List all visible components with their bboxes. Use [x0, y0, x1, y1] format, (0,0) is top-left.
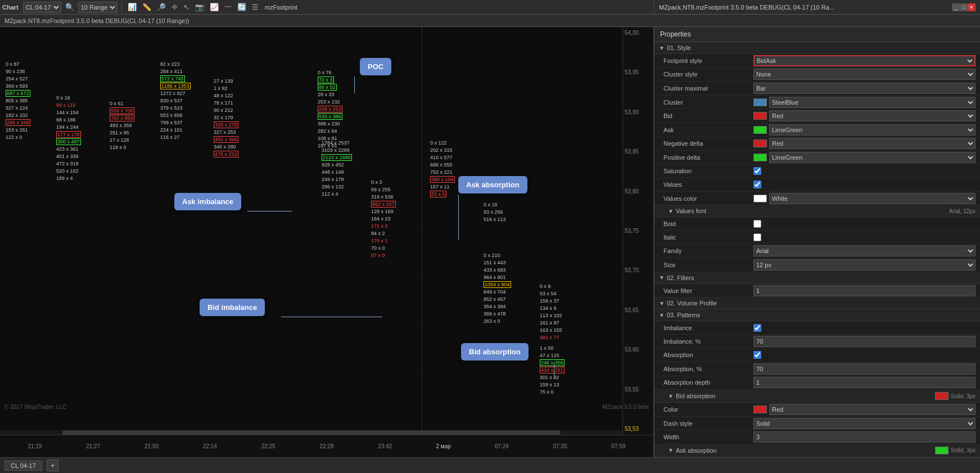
footprint-style-select[interactable]: BidAsk	[753, 55, 976, 66]
absorption-checkbox[interactable]	[753, 351, 761, 359]
fp-col4: 82 x 223 284 x 411 572 x 745 1186 x 1353…	[160, 61, 191, 141]
value-filter-input[interactable]	[753, 285, 976, 296]
ask-absorption-arrow: ▼	[668, 447, 674, 453]
pos-delta-swatch	[753, 154, 767, 161]
bottom-bar: CL 04-17 +	[0, 457, 980, 473]
values-checkbox[interactable]	[753, 181, 761, 188]
bid-abs-color-value: Red	[753, 404, 976, 415]
absorption-pct-input[interactable]	[753, 363, 976, 375]
fp-col3: 0 x 61 558 x 706 762 x 889 483 x 359 251…	[110, 100, 134, 151]
panel-maximize-button[interactable]: □	[960, 3, 968, 11]
italic-checkbox[interactable]	[753, 233, 761, 241]
section-filters[interactable]: ▼ 02. Filters	[654, 272, 980, 284]
section-patterns[interactable]: ▼ 03. Patterns	[654, 309, 980, 321]
panel-close-button[interactable]: ✕	[968, 3, 976, 11]
bold-row: Bold	[654, 217, 980, 231]
bid-abs-width-row: Width	[654, 430, 980, 444]
bid-abs-dash-select[interactable]: Solid	[753, 418, 976, 429]
italic-row: Italic	[654, 231, 980, 244]
instrument-search-icon[interactable]: 🔍	[64, 3, 76, 11]
session-divider	[422, 27, 422, 435]
values-font-header[interactable]: ▼ Values font Arial, 12px	[654, 205, 980, 217]
poc-bubble: POC	[360, 58, 391, 75]
bid-abs-color-select[interactable]: Red	[769, 404, 976, 415]
chart-scrollbar[interactable]	[0, 430, 622, 435]
saturation-row: Saturation	[654, 165, 980, 178]
cluster-row: Cluster SteelBlue	[654, 96, 980, 110]
ask-color-swatch	[753, 126, 767, 134]
panel-minimize-button[interactable]: _	[952, 3, 960, 11]
imbalance-value	[753, 324, 976, 332]
ask-absorption-header[interactable]: ▼ Ask absorption Solid, 3px	[654, 444, 980, 457]
absorption-depth-input[interactable]	[753, 377, 976, 388]
family-select[interactable]: Arial	[753, 245, 976, 256]
bid-abs-width-input[interactable]	[753, 431, 976, 443]
section-volume-profile[interactable]: ▼ 02. Volume Profile	[654, 298, 980, 309]
fp-col6: 0 x 76 70 x 3 80 x 52 28 x 33 253 x 132 …	[318, 69, 342, 150]
cluster-color-swatch	[753, 98, 767, 106]
poc-arrow	[354, 76, 355, 93]
ask-label: Ask	[663, 127, 753, 133]
bar-chart-icon[interactable]: 📊	[126, 3, 138, 11]
instrument-select[interactable]: CL 04-17	[23, 2, 61, 13]
cluster-maximal-value: Bar	[753, 83, 976, 94]
cluster-label: Cluster	[663, 99, 753, 106]
bid-abs-dash-label: Dash style	[663, 420, 753, 427]
imbalance-checkbox[interactable]	[753, 324, 761, 332]
fp-col8: 0 x 3 69 x 255 319 x 536 962 x 207 128 x…	[371, 179, 396, 259]
chart-area[interactable]: 54,00 53,95 53,90 53,85 53,80 53,75 53,7…	[0, 27, 654, 457]
draw-icon[interactable]: 〰	[223, 3, 233, 11]
section-style[interactable]: ▼ 01. Style	[654, 42, 980, 54]
footprint-style-row: Footprint style BidAsk	[654, 54, 980, 68]
chart-title-bar: MZpack.NT8.mzFootprint 3.5.0 beta DEBUG(…	[0, 15, 980, 27]
fp-col9: 0 x 122 202 x 315 410 x 577 686 x 555 75…	[430, 139, 455, 198]
cluster-value: SteelBlue	[753, 97, 976, 108]
imbalance-pct-input[interactable]	[753, 336, 976, 347]
bid-abs-dash-value: Solid	[753, 418, 976, 429]
pos-delta-label: Positive delta	[663, 154, 753, 161]
values-font-desc: Arial, 12px	[949, 208, 976, 214]
bid-absorption-arrow	[554, 362, 554, 379]
time-axis: 21:19 21:27 21:50 22:14 22:25 22:28 23:4…	[0, 435, 653, 457]
pencil-icon[interactable]: ✏️	[141, 3, 153, 11]
bold-value	[753, 220, 976, 228]
cluster-maximal-select[interactable]: Bar	[753, 83, 976, 94]
fp-col5: 27 x 139 1 x 92 48 x 122 78 x 171 90 x 2…	[214, 78, 238, 158]
camera-icon[interactable]: 📷	[193, 3, 206, 11]
bid-absorption-header[interactable]: ▼ Bid absorption Solid, 3px	[654, 390, 980, 403]
saturation-checkbox[interactable]	[753, 167, 761, 175]
bid-color-select[interactable]: Red	[769, 110, 976, 121]
size-label: Size	[663, 262, 753, 268]
footprint-style-label: Footprint style	[663, 57, 753, 64]
tab-cl0417[interactable]: CL 04-17	[4, 461, 42, 471]
magnify-icon[interactable]: 🔎	[155, 3, 168, 11]
vol-icon[interactable]: 📈	[208, 3, 220, 11]
absorption-depth-row: Absorption depth	[654, 376, 980, 390]
ask-color-select[interactable]: LimeGreen	[769, 124, 976, 136]
neg-delta-select[interactable]: Red	[769, 138, 976, 149]
ask-absorption-arrow	[458, 195, 459, 240]
scrollbar-thumb[interactable]	[62, 430, 561, 435]
imbalance-pct-value	[753, 336, 976, 347]
saturation-label: Saturation	[663, 168, 753, 174]
menu-icon[interactable]: ☰	[250, 3, 260, 11]
imbalance-row: Imbalance	[654, 321, 980, 335]
saturation-value	[753, 167, 976, 175]
add-tab-button[interactable]: +	[47, 460, 59, 471]
crosshair-icon[interactable]: ✛	[170, 3, 179, 11]
bid-imbalance-line	[281, 317, 382, 317]
cursor-icon[interactable]: ↖	[182, 3, 191, 11]
size-select[interactable]: 12 px	[753, 259, 976, 271]
cluster-color-select[interactable]: SteelBlue	[769, 97, 976, 108]
sync-icon[interactable]: 🔄	[236, 3, 248, 11]
values-color-select[interactable]: White	[769, 193, 976, 204]
window-title-text: MZpack.NT8.mzFootprint 3.5.0 beta DEBUG(…	[659, 4, 950, 11]
italic-label: Italic	[663, 234, 753, 241]
pos-delta-select[interactable]: LimeGreen	[769, 152, 976, 163]
cluster-style-select[interactable]: None	[753, 69, 976, 80]
indicator-name: mzFootprint	[265, 4, 297, 11]
range-select[interactable]: 10 Range	[78, 2, 118, 13]
window-title-bar: MZpack.NT8.mzFootprint 3.5.0 beta DEBUG(…	[654, 0, 980, 15]
values-value	[753, 181, 976, 188]
bold-checkbox[interactable]	[753, 220, 761, 228]
